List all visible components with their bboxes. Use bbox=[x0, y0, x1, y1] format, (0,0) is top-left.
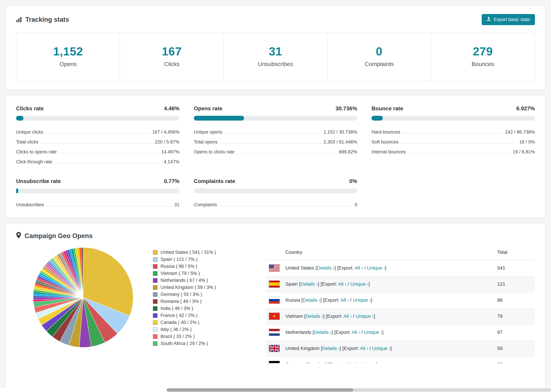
export-basic-stats-button[interactable]: Export basic stats bbox=[482, 14, 535, 25]
export-unique-link[interactable]: Unique › bbox=[356, 314, 374, 319]
details-link[interactable]: Details › bbox=[317, 265, 335, 271]
dotted-leader bbox=[220, 143, 321, 143]
legend-label: Russia ( 86 / 5% ) bbox=[161, 264, 197, 269]
geo-table-header: Country Total bbox=[266, 245, 535, 260]
rate-header: Bounce rate6.927% bbox=[372, 105, 535, 112]
stat-label: Complaints bbox=[327, 61, 431, 67]
dotted-leader bbox=[225, 133, 321, 133]
dotted-leader bbox=[237, 153, 337, 154]
dotted-leader bbox=[408, 153, 510, 154]
rate-row: Unsubscribes31 bbox=[16, 198, 179, 208]
country-cell: Netherlands [Details ›] [Export: All › /… bbox=[285, 329, 497, 335]
legend-swatch bbox=[153, 285, 157, 290]
export-all-link[interactable]: All › bbox=[355, 265, 363, 271]
rate-row-value: 18 / 0% bbox=[519, 139, 535, 145]
rate-row-label: Unique opens bbox=[194, 129, 222, 135]
tracking-stats-header: Tracking stats Export basic stats bbox=[16, 14, 535, 25]
table-row: Netherlands [Details ›] [Export: All › /… bbox=[266, 324, 535, 341]
legend-swatch bbox=[153, 271, 157, 276]
legend-item: Italy ( 36 / 2% ) bbox=[153, 326, 266, 333]
country-name: Vietnam bbox=[285, 314, 303, 319]
details-link[interactable]: Details › bbox=[303, 297, 320, 303]
legend-item: Brazil ( 33 / 2% ) bbox=[153, 333, 266, 340]
geo-table: Country Total United States [Details ›] … bbox=[266, 245, 535, 363]
horizontal-scrollbar-thumb[interactable] bbox=[167, 388, 353, 392]
export-unique-link[interactable]: Unique › bbox=[372, 346, 390, 351]
stats-row: 1,152Opens167Clicks31Unsubscribes0Compla… bbox=[16, 33, 535, 81]
details-link[interactable]: Details › bbox=[306, 314, 323, 319]
stat-cell: 167Clicks bbox=[120, 33, 224, 81]
export-all-link[interactable]: All › bbox=[343, 314, 352, 319]
rate-block-unsubscribe-rate: Unsubscribe rate0.77%Unsubscribes31 bbox=[16, 178, 179, 208]
rate-row-label: Click through rate bbox=[16, 159, 52, 165]
rate-progress-track bbox=[16, 116, 179, 121]
rate-row-label: Complaints bbox=[194, 202, 217, 208]
legend-item: Russia ( 86 / 5% ) bbox=[153, 263, 266, 270]
country-total: 86 bbox=[497, 297, 535, 303]
stat-label: Clicks bbox=[120, 61, 224, 67]
legend-swatch bbox=[153, 334, 157, 339]
rate-row-label: Total opens bbox=[194, 139, 218, 145]
export-unique-link[interactable]: Unique › bbox=[358, 362, 376, 363]
export-all-link[interactable]: All › bbox=[338, 281, 346, 287]
export-unique-link[interactable]: Unique › bbox=[350, 281, 369, 287]
legend-label: Netherlands ( 67 / 4% ) bbox=[161, 278, 208, 283]
legend-label: Spain ( 121 / 7% ) bbox=[161, 257, 198, 262]
total-column-header: Total bbox=[497, 250, 535, 255]
legend-swatch bbox=[153, 306, 157, 311]
export-unique-link[interactable]: Unique › bbox=[353, 297, 371, 303]
details-link[interactable]: Details › bbox=[308, 362, 325, 363]
stat-cell: 279Bounces bbox=[431, 33, 535, 81]
flag-icon-es bbox=[269, 280, 280, 288]
export-icon bbox=[487, 17, 491, 22]
country-cell: Russia [Details ›] [Export: All › / Uniq… bbox=[285, 297, 497, 303]
dotted-leader bbox=[59, 153, 159, 154]
tracking-stats-card: Tracking stats Export basic stats 1,152O… bbox=[6, 6, 545, 90]
dotted-leader bbox=[46, 133, 150, 133]
rate-row-label: Opens to clicks rate bbox=[194, 149, 234, 155]
rate-percent: 0.77% bbox=[164, 178, 179, 184]
rate-row-value: 31 bbox=[174, 202, 179, 208]
details-link[interactable]: Details › bbox=[322, 346, 340, 351]
rate-title: Bounce rate bbox=[372, 105, 403, 112]
export-all-link[interactable]: All › bbox=[360, 346, 368, 351]
export-all-link[interactable]: All › bbox=[340, 297, 349, 303]
rate-row-value: 689.82% bbox=[339, 149, 357, 155]
stat-cell: 1,152Opens bbox=[16, 33, 120, 81]
legend-item: France ( 42 / 2% ) bbox=[153, 312, 266, 319]
flag-icon-de bbox=[269, 361, 280, 363]
export-all-link[interactable]: All › bbox=[352, 329, 360, 335]
flag-icon-gb bbox=[269, 345, 280, 352]
export-all-link[interactable]: All › bbox=[346, 362, 354, 363]
legend-label: Vietnam ( 79 / 5% ) bbox=[161, 271, 200, 276]
rate-progress-track bbox=[16, 189, 179, 193]
stat-value: 167 bbox=[120, 45, 224, 58]
details-link[interactable]: Details › bbox=[300, 281, 318, 287]
stat-value: 279 bbox=[431, 45, 535, 58]
rate-header: Opens rate30.736% bbox=[194, 105, 357, 112]
geo-table-rows: United States [Details ›] [Export: All ›… bbox=[266, 260, 535, 363]
legend-label: Brazil ( 33 / 2% ) bbox=[161, 334, 195, 339]
rate-row: Complaints0 bbox=[194, 198, 357, 208]
dotted-leader bbox=[47, 206, 172, 206]
rate-progress-track bbox=[194, 189, 357, 193]
rate-block-complaints-rate: Complaints rate0%Complaints0 bbox=[194, 178, 357, 208]
rate-row-value: 220 / 5.87% bbox=[155, 139, 179, 145]
country-cell: United Kingdom [Details ›] [Export: All … bbox=[285, 346, 497, 351]
table-row: Russia [Details ›] [Export: All › / Uniq… bbox=[266, 292, 535, 308]
details-link[interactable]: Details › bbox=[314, 329, 332, 335]
rate-row-value: 14.497% bbox=[161, 149, 179, 155]
export-unique-link[interactable]: Unique › bbox=[364, 329, 382, 335]
country-name: Germany bbox=[285, 362, 305, 363]
legend-item: Netherlands ( 67 / 4% ) bbox=[153, 277, 266, 284]
flag-icon-ru bbox=[269, 296, 280, 304]
rate-percent: 6.927% bbox=[516, 105, 535, 112]
rate-row: Opens to clicks rate689.82% bbox=[194, 145, 357, 155]
dotted-leader bbox=[401, 143, 517, 143]
country-total: 59 bbox=[497, 346, 535, 351]
country-name: United States bbox=[285, 265, 314, 271]
export-unique-link[interactable]: Unique › bbox=[367, 265, 385, 271]
legend-item: Spain ( 121 / 7% ) bbox=[153, 256, 266, 263]
legend-item: South Africa ( 29 / 2% ) bbox=[153, 340, 266, 347]
rate-row: Unique opens1,152 / 30.736% bbox=[194, 125, 357, 135]
